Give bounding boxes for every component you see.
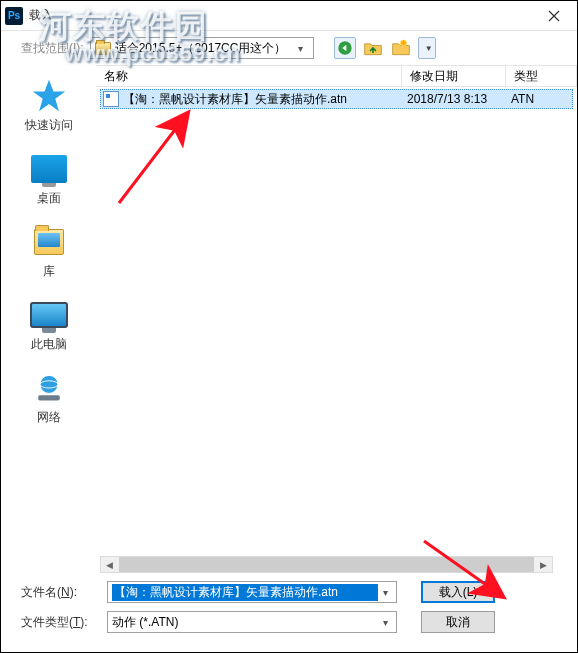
places-libraries[interactable]: 库: [1, 217, 96, 290]
back-arrow-icon: [337, 40, 353, 56]
filename-combobox[interactable]: 【淘：黑帆设计素材库】矢量素描动作.atn ▾: [107, 581, 397, 603]
chevron-down-icon: ▼: [425, 44, 433, 53]
places-label: 快速访问: [25, 117, 73, 134]
horizontal-scrollbar[interactable]: ◀ ▶: [100, 556, 553, 573]
filename-label: 文件名(N):: [21, 584, 97, 601]
new-folder-icon: [391, 39, 411, 57]
places-label: 此电脑: [31, 336, 67, 353]
look-in-row: 查找范围(I): 适合2015.5+（2017CC用这个） ▾: [1, 31, 577, 65]
cancel-button[interactable]: 取消: [421, 611, 495, 633]
window-title: 载入: [29, 7, 531, 24]
column-date[interactable]: 修改日期: [402, 66, 506, 86]
file-date: 2018/7/13 8:13: [407, 92, 511, 106]
file-size-label: 文件大小: 166.5K: [21, 641, 563, 653]
filetype-label: 文件类型(T):: [21, 614, 97, 631]
title-bar: Ps 载入: [1, 1, 577, 31]
scroll-left-icon[interactable]: ◀: [101, 557, 118, 572]
file-list-area: 名称 修改日期 类型 【淘：黑帆设计素材库】矢量素描动作.atn 2018/7/…: [96, 65, 577, 573]
chevron-down-icon: ▾: [378, 617, 392, 628]
quick-access-icon: [29, 79, 69, 113]
load-button[interactable]: 载入(L): [421, 581, 495, 603]
svg-rect-12: [38, 395, 60, 400]
chevron-down-icon: ▾: [293, 43, 309, 54]
new-folder-button[interactable]: [390, 37, 412, 59]
places-bar: 快速访问 桌面 库 此电脑 网络: [1, 65, 96, 573]
places-label: 库: [43, 263, 55, 280]
places-label: 桌面: [37, 190, 61, 207]
view-menu-button[interactable]: ▼: [418, 37, 436, 59]
scrollbar-thumb[interactable]: [119, 557, 534, 572]
file-icon: [103, 91, 119, 107]
bottom-controls: 文件名(N): 【淘：黑帆设计素材库】矢量素描动作.atn ▾ 载入(L) 文件…: [1, 573, 577, 653]
places-network[interactable]: 网络: [1, 363, 96, 436]
look-in-toolbar: ▼: [334, 37, 436, 59]
list-header: 名称 修改日期 类型: [96, 65, 577, 87]
file-row[interactable]: 【淘：黑帆设计素材库】矢量素描动作.atn 2018/7/13 8:13 ATN: [100, 89, 573, 109]
filetype-combobox[interactable]: 动作 (*.ATN) ▾: [107, 611, 397, 633]
filetype-value: 动作 (*.ATN): [112, 614, 378, 631]
libraries-icon: [29, 225, 69, 259]
filename-value: 【淘：黑帆设计素材库】矢量素描动作.atn: [112, 584, 378, 601]
back-button[interactable]: [334, 37, 356, 59]
app-icon: Ps: [5, 7, 23, 25]
look-in-label: 查找范围(I):: [21, 40, 84, 57]
look-in-value: 适合2015.5+（2017CC用这个）: [115, 40, 293, 57]
up-one-level-button[interactable]: [362, 37, 384, 59]
places-this-pc[interactable]: 此电脑: [1, 290, 96, 363]
scroll-right-icon[interactable]: ▶: [535, 557, 552, 572]
column-type[interactable]: 类型: [506, 66, 577, 86]
network-icon: [29, 371, 69, 405]
folder-icon: [95, 42, 111, 55]
file-type: ATN: [511, 92, 572, 106]
places-label: 网络: [37, 409, 61, 426]
svg-marker-9: [32, 80, 64, 112]
column-name[interactable]: 名称: [96, 66, 402, 86]
folder-up-icon: [363, 39, 383, 57]
this-pc-icon: [29, 298, 69, 332]
file-list[interactable]: 【淘：黑帆设计素材库】矢量素描动作.atn 2018/7/13 8:13 ATN…: [96, 87, 577, 573]
desktop-icon: [29, 152, 69, 186]
chevron-down-icon: ▾: [378, 587, 392, 598]
close-button[interactable]: [531, 1, 577, 31]
look-in-combobox[interactable]: 适合2015.5+（2017CC用这个） ▾: [90, 37, 314, 59]
file-name: 【淘：黑帆设计素材库】矢量素描动作.atn: [123, 91, 407, 108]
places-quick-access[interactable]: 快速访问: [1, 71, 96, 144]
places-desktop[interactable]: 桌面: [1, 144, 96, 217]
main-area: 快速访问 桌面 库 此电脑 网络: [1, 65, 577, 573]
